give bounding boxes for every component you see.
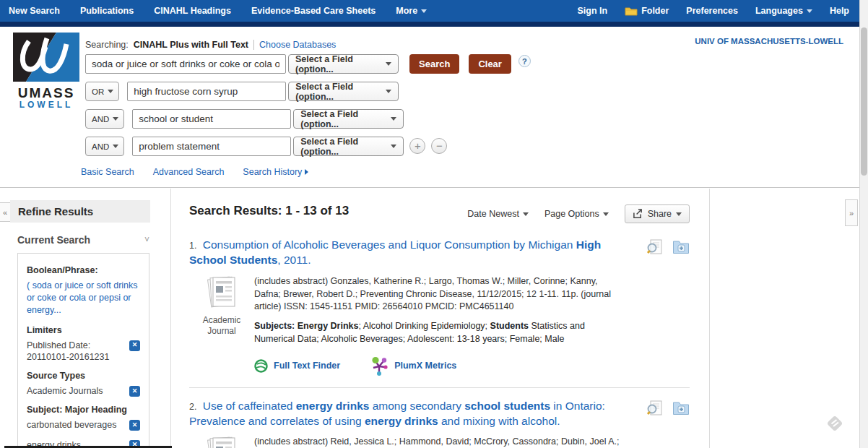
source-type-block: Academic Journal (189, 275, 254, 376)
add-to-folder-icon[interactable] (672, 400, 690, 420)
result-actions (646, 239, 690, 259)
remove-filter-icon[interactable]: ✕ (129, 420, 140, 431)
chevron-down-icon (603, 212, 609, 216)
right-panel: » (709, 189, 859, 448)
boolean-select-3[interactable]: AND (85, 109, 124, 129)
filter-group-heading: Source Types (27, 371, 140, 381)
remove-row-button[interactable]: − (431, 138, 447, 154)
top-nav-right: Sign In Folder Preferences Languages Hel… (577, 6, 849, 16)
chevron-down-icon (391, 145, 396, 148)
page-options-dropdown[interactable]: Page Options (544, 209, 609, 219)
scrollbar-thumb[interactable] (861, 27, 867, 176)
field-select-3-label: Select a Field (option... (300, 109, 391, 129)
nav-bottom-strip (0, 22, 859, 27)
nav-folder[interactable]: Folder (625, 6, 669, 16)
result-title-line: 2. Use of caffeinated energy drinks amon… (189, 398, 625, 429)
field-select-2[interactable]: Select a Field (option... (288, 82, 399, 101)
preview-icon[interactable] (646, 239, 663, 259)
logo-text-umass: UMASS (13, 86, 79, 100)
umass-lowell-logo-mark (13, 33, 79, 82)
choose-databases-link[interactable]: Choose Databases (259, 40, 336, 50)
results-panel: Search Results: 1 - 13 of 13 Date Newest… (189, 189, 690, 448)
boolean-select-4[interactable]: AND (85, 137, 124, 156)
field-select-4[interactable]: Select a Field (option... (293, 137, 404, 156)
result-body: Academic Journal (includes abstract) Gon… (189, 275, 625, 376)
current-search-label: Current Search (17, 234, 90, 246)
nav-new-search[interactable]: New Search (9, 6, 60, 16)
chevron-down-icon (807, 9, 812, 13)
search-header: UMASS LOWELL UNIV OF MASSACHUSETTS-LOWEL… (0, 27, 859, 188)
search-row-1: Select a Field (option... Search Clear ? (85, 54, 531, 74)
search-row-3: AND Select a Field (option... (85, 109, 404, 129)
scrollbar[interactable] (859, 0, 868, 448)
search-input-1[interactable] (85, 54, 286, 74)
field-select-1[interactable]: Select a Field (option... (288, 54, 399, 74)
boolean-phrase-link[interactable]: ( soda or juice or soft drinks or coke o… (27, 280, 140, 316)
search-input-3[interactable] (132, 109, 291, 129)
nav-cinahl-headings[interactable]: CINAHL Headings (154, 6, 231, 16)
feedback-diamond-icon[interactable] (824, 413, 846, 437)
nav-publications[interactable]: Publications (80, 6, 134, 16)
chevron-down-icon (386, 90, 391, 93)
remove-filter-icon[interactable]: ✕ (129, 386, 140, 397)
full-text-finder-label: Full Text Finder (274, 361, 340, 371)
filter-group-heading: Subject: Major Heading (27, 405, 140, 415)
result-text: (includes abstract) Reid, Jessica L.; Ha… (254, 436, 625, 448)
add-to-folder-icon[interactable] (672, 239, 690, 259)
plumx-metrics-link[interactable]: PlumX Metrics (370, 356, 456, 376)
sort-dropdown[interactable]: Date Newest (467, 209, 529, 219)
chevron-down-icon (386, 62, 391, 66)
share-button-label: Share (648, 209, 672, 219)
nav-languages[interactable]: Languages (755, 6, 812, 16)
top-navigation: New Search Publications CINAHL Headings … (0, 0, 859, 22)
remove-filter-icon[interactable]: ✕ (129, 340, 140, 351)
filter-item-label: Published Date: 20110101-20161231 (27, 340, 119, 363)
nav-languages-label: Languages (755, 6, 803, 16)
filter-group-heading: Limiters (27, 325, 140, 335)
chevron-down-icon (421, 9, 427, 13)
nav-evidence-based-care-sheets[interactable]: Evidence-Based Care Sheets (251, 6, 376, 16)
result-title-link[interactable]: Use of caffeinated energy drinks among s… (189, 400, 605, 427)
search-button[interactable]: Search (409, 54, 459, 74)
search-input-2[interactable] (127, 82, 286, 101)
plumx-metrics-label: PlumX Metrics (394, 361, 456, 371)
nav-more[interactable]: More (396, 6, 427, 16)
academic-journal-icon (204, 275, 239, 309)
share-button[interactable]: Share (625, 204, 690, 223)
search-mode-links: Basic Search Advanced Search Search Hist… (81, 167, 308, 177)
filter-group-heading: Boolean/Phrase: (27, 265, 140, 275)
search-input-4[interactable] (132, 137, 291, 156)
share-icon (633, 209, 643, 219)
boolean-select-2-label: OR (92, 87, 104, 96)
sort-dropdown-label: Date Newest (467, 209, 519, 219)
content-area: « Refine Results Current Search ˅ Boolea… (0, 189, 859, 448)
search-history-link[interactable]: Search History (243, 167, 308, 177)
preview-icon[interactable] (646, 400, 663, 420)
result-title-line: 1. Consumption of Alcoholic Beverages an… (189, 237, 625, 268)
current-search-toggle[interactable]: Current Search ˅ (17, 234, 149, 246)
chevron-down-icon (113, 145, 118, 148)
top-nav-left: New Search Publications CINAHL Headings … (9, 6, 427, 16)
help-icon[interactable]: ? (518, 55, 531, 67)
basic-search-link[interactable]: Basic Search (81, 167, 134, 177)
result-citation: (includes abstract) Reid, Jessica L.; Ha… (254, 436, 625, 448)
nav-sign-in[interactable]: Sign In (577, 6, 607, 16)
nav-preferences[interactable]: Preferences (686, 6, 738, 16)
field-select-2-label: Select a Field (option... (295, 82, 386, 102)
advanced-search-link[interactable]: Advanced Search (153, 167, 225, 177)
plumx-metrics-icon (370, 356, 389, 376)
add-row-button[interactable]: + (409, 138, 425, 154)
right-panel-expand-button[interactable]: » (845, 199, 858, 226)
chevron-right-icon (305, 169, 308, 175)
boolean-select-2[interactable]: OR (85, 82, 119, 101)
clear-button[interactable]: Clear (469, 54, 511, 74)
result-number: 1. (189, 241, 196, 251)
results-header: Search Results: 1 - 13 of 13 Date Newest… (189, 204, 690, 225)
result-title-link[interactable]: Consumption of Alcoholic Beverages and L… (189, 238, 601, 266)
current-search-panel: Boolean/Phrase: ( soda or juice or soft … (17, 253, 149, 448)
nav-help[interactable]: Help (830, 6, 849, 16)
field-select-3[interactable]: Select a Field (option... (293, 109, 404, 129)
full-text-finder-link[interactable]: Full Text Finder (254, 359, 340, 373)
folder-icon (625, 7, 638, 16)
academic-journal-icon (204, 436, 239, 448)
